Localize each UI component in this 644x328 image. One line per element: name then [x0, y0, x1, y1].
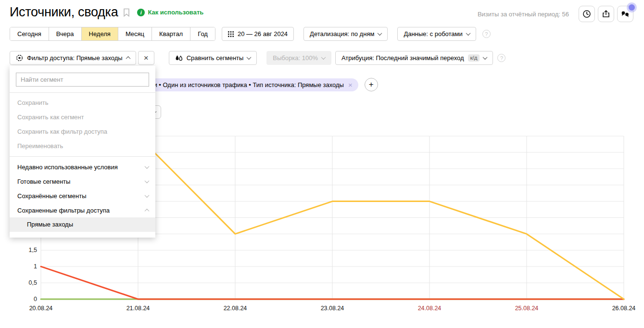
comments-button[interactable] [617, 6, 633, 22]
data-mode-dropdown[interactable]: Данные: с роботами [397, 27, 476, 41]
svg-text:23.08.24: 23.08.24 [321, 305, 344, 312]
svg-text:22.08.24: 22.08.24 [224, 305, 247, 312]
menu-sections-group: Недавно использованные условия Готовые с… [10, 157, 155, 235]
chevron-down-icon [145, 193, 150, 198]
chevron-down-icon [378, 31, 382, 36]
tab-quarter[interactable]: Квартал [152, 27, 190, 40]
svg-text:0,5: 0,5 [29, 279, 37, 286]
menu-item-save-as-filter: Сохранить как фильтр доступа [10, 125, 155, 139]
svg-text:26.08.24: 26.08.24 [612, 305, 636, 312]
svg-text:25.08.24: 25.08.24 [515, 305, 539, 312]
segment-chip-label: Источники • Один из источников трафика •… [127, 81, 344, 88]
segment-chip[interactable]: Источники • Один из источников трафика •… [120, 78, 358, 91]
bookmark-icon[interactable] [123, 8, 130, 17]
chevron-down-icon [247, 55, 252, 60]
segment-search-wrap [10, 66, 155, 92]
chevron-down-icon [466, 31, 470, 36]
menu-item-direct-visits[interactable]: Прямые заходы [10, 217, 155, 232]
period-tabs: Сегодня Вчера Неделя Месяц Квартал Год [10, 27, 215, 41]
compare-segments-label: Сравнить сегменты [187, 54, 244, 62]
date-range-button[interactable]: 20 — 26 авг 2024 [222, 27, 294, 41]
data-mode-label: Данные: с роботами [404, 30, 462, 38]
menu-item-save-as-segment: Сохранить как сегмент [10, 110, 155, 125]
export-icon [602, 10, 610, 18]
tab-yesterday[interactable]: Вчера [49, 27, 81, 40]
drops-icon [175, 55, 183, 62]
chevron-up-icon [145, 208, 150, 213]
calendar-grid-icon [228, 31, 234, 37]
section-ready-segments[interactable]: Готовые сегменты [10, 174, 155, 189]
svg-text:21.08.24: 21.08.24 [126, 305, 150, 312]
page-header: Источники, сводка i Как использовать [10, 5, 203, 20]
add-segment-button[interactable]: + [365, 78, 378, 91]
tab-week[interactable]: Неделя [81, 27, 118, 40]
tab-year[interactable]: Год [190, 27, 215, 40]
segment-chip-row: Источники • Один из источников трафика •… [120, 78, 378, 91]
access-filter-menu: Сохранить Сохранить как сегмент Сохранит… [10, 66, 155, 238]
help-icon[interactable]: ? [497, 54, 505, 62]
how-to-use-link[interactable]: Как использовать [148, 9, 203, 16]
comments-icon [620, 10, 630, 18]
detail-label: Детализация: по дням [310, 30, 374, 38]
chevron-up-icon [126, 56, 130, 61]
attribution-dropdown[interactable]: Атрибуция: Последний значимый переход к/… [335, 51, 493, 65]
menu-item-rename: Переименовать [10, 139, 155, 153]
menu-item-save: Сохранить [10, 96, 155, 110]
clock-icon [582, 10, 591, 18]
clear-filter-button[interactable]: × [138, 51, 154, 65]
info-icon: i [137, 9, 145, 16]
chevron-down-icon [483, 55, 488, 60]
close-icon: × [144, 54, 149, 62]
notification-dot [629, 4, 635, 11]
chevron-down-icon [145, 164, 150, 169]
section-saved-segments[interactable]: Сохранённые сегменты [10, 189, 155, 203]
segment-search-input[interactable] [16, 73, 149, 87]
sampling-label: Выборка: 100% [273, 54, 318, 62]
svg-text:0: 0 [34, 296, 37, 303]
access-filter-label: Фильтр доступа: Прямые заходы [27, 54, 123, 62]
chevron-down-icon [321, 55, 326, 60]
tab-month[interactable]: Месяц [118, 27, 152, 40]
target-icon [16, 54, 23, 62]
section-saved-access-filters[interactable]: Сохраненные фильтры доступа [10, 203, 155, 217]
export-button[interactable] [598, 6, 614, 22]
toolbar-row: Сегодня Вчера Неделя Месяц Квартал Год 2… [10, 27, 491, 41]
section-recent-conditions[interactable]: Недавно использованные условия [10, 160, 155, 174]
svg-text:1: 1 [34, 263, 37, 270]
svg-text:1,5: 1,5 [29, 247, 37, 253]
svg-text:20.08.24: 20.08.24 [29, 305, 53, 312]
filter-row: Фильтр доступа: Прямые заходы × Сравнить… [10, 51, 505, 65]
how-to-use: i Как использовать [137, 9, 203, 16]
attribution-badge: к/д [468, 54, 480, 62]
help-icon[interactable]: ? [482, 30, 491, 38]
chevron-down-icon [145, 178, 150, 183]
attribution-label: Атрибуция: Последний значимый переход [341, 54, 464, 62]
header-actions: Визиты за отчётный период: 56 [478, 6, 633, 22]
date-range-label: 20 — 26 авг 2024 [238, 30, 288, 38]
chip-remove-icon[interactable]: × [348, 81, 353, 89]
visits-period-label: Визиты за отчётный период: 56 [478, 11, 569, 18]
menu-actions-group: Сохранить Сохранить как сегмент Сохранит… [10, 93, 155, 156]
access-filter-dropdown[interactable]: Фильтр доступа: Прямые заходы [10, 51, 136, 65]
svg-text:24.08.24: 24.08.24 [418, 305, 442, 312]
page-title: Источники, сводка [10, 5, 118, 20]
detail-dropdown[interactable]: Детализация: по дням [303, 27, 388, 41]
tab-today[interactable]: Сегодня [10, 27, 49, 40]
sampling-dropdown: Выборка: 100% [266, 51, 331, 65]
history-button[interactable] [579, 6, 595, 22]
compare-segments-dropdown[interactable]: Сравнить сегменты [169, 51, 257, 65]
